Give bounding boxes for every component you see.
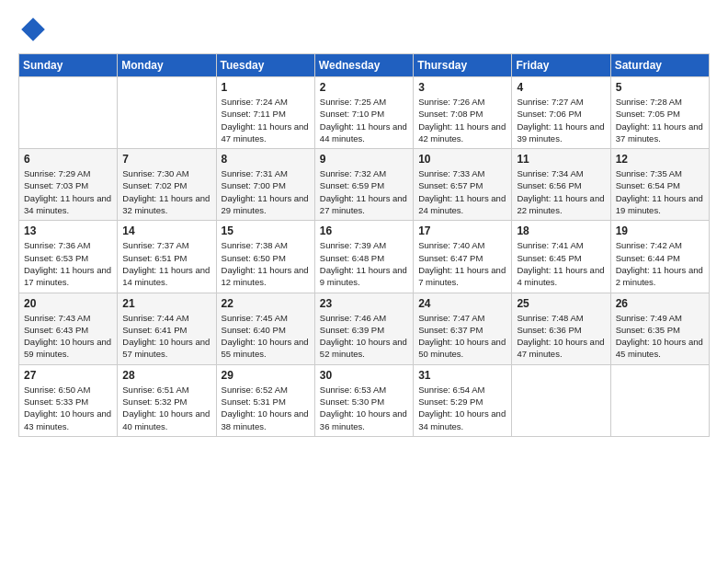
calendar-cell: 24Sunrise: 7:47 AM Sunset: 6:37 PM Dayli…	[414, 293, 512, 364]
svg-marker-0	[21, 17, 45, 41]
day-number: 7	[122, 153, 210, 166]
logo-icon	[18, 15, 48, 44]
day-number: 9	[320, 153, 408, 166]
calendar-day-header: Monday	[118, 54, 216, 77]
calendar-week-row: 27Sunrise: 6:50 AM Sunset: 5:33 PM Dayli…	[19, 364, 710, 436]
calendar-cell: 4Sunrise: 7:27 AM Sunset: 7:06 PM Daylig…	[512, 77, 610, 149]
calendar-cell: 29Sunrise: 6:52 AM Sunset: 5:31 PM Dayli…	[216, 364, 314, 436]
calendar-cell: 8Sunrise: 7:31 AM Sunset: 7:00 PM Daylig…	[216, 149, 314, 221]
calendar-cell: 11Sunrise: 7:34 AM Sunset: 6:56 PM Dayli…	[512, 149, 610, 221]
calendar-day-header: Sunday	[19, 54, 118, 77]
day-number: 22	[222, 297, 310, 310]
calendar-cell: 17Sunrise: 7:40 AM Sunset: 6:47 PM Dayli…	[414, 221, 512, 293]
day-number: 18	[517, 224, 605, 237]
day-info: Sunrise: 7:47 AM Sunset: 6:37 PM Dayligh…	[418, 312, 506, 361]
calendar-cell: 10Sunrise: 7:33 AM Sunset: 6:57 PM Dayli…	[414, 149, 512, 221]
day-info: Sunrise: 7:37 AM Sunset: 6:51 PM Dayligh…	[122, 239, 210, 288]
day-number: 21	[122, 297, 210, 310]
day-number: 1	[222, 81, 310, 94]
logo	[18, 15, 51, 44]
calendar-week-row: 13Sunrise: 7:36 AM Sunset: 6:53 PM Dayli…	[19, 221, 710, 293]
calendar-day-header: Saturday	[610, 54, 709, 77]
day-info: Sunrise: 6:52 AM Sunset: 5:31 PM Dayligh…	[222, 384, 310, 432]
calendar-cell	[19, 77, 118, 149]
day-info: Sunrise: 6:54 AM Sunset: 5:29 PM Dayligh…	[418, 384, 506, 432]
day-number: 17	[418, 224, 506, 237]
day-number: 16	[320, 224, 408, 237]
day-number: 8	[222, 153, 310, 166]
day-info: Sunrise: 7:35 AM Sunset: 6:54 PM Dayligh…	[616, 167, 704, 216]
day-number: 6	[24, 153, 112, 166]
day-number: 30	[320, 369, 408, 382]
day-number: 28	[122, 369, 210, 382]
calendar-cell: 25Sunrise: 7:48 AM Sunset: 6:36 PM Dayli…	[512, 293, 610, 364]
calendar-cell	[610, 364, 709, 436]
day-number: 23	[320, 297, 408, 310]
header	[18, 15, 710, 44]
calendar-cell: 2Sunrise: 7:25 AM Sunset: 7:10 PM Daylig…	[314, 77, 413, 149]
calendar-cell: 19Sunrise: 7:42 AM Sunset: 6:44 PM Dayli…	[610, 221, 709, 293]
day-number: 10	[418, 153, 506, 166]
day-info: Sunrise: 7:26 AM Sunset: 7:08 PM Dayligh…	[418, 96, 506, 144]
calendar-cell: 9Sunrise: 7:32 AM Sunset: 6:59 PM Daylig…	[314, 149, 413, 221]
calendar-cell: 15Sunrise: 7:38 AM Sunset: 6:50 PM Dayli…	[216, 221, 314, 293]
calendar-cell: 28Sunrise: 6:51 AM Sunset: 5:32 PM Dayli…	[118, 364, 216, 436]
calendar-cell: 18Sunrise: 7:41 AM Sunset: 6:45 PM Dayli…	[512, 221, 610, 293]
day-number: 11	[517, 153, 605, 166]
day-number: 26	[616, 297, 704, 310]
calendar-cell	[118, 77, 216, 149]
day-number: 4	[517, 81, 605, 94]
day-info: Sunrise: 7:45 AM Sunset: 6:40 PM Dayligh…	[222, 312, 310, 361]
day-info: Sunrise: 7:39 AM Sunset: 6:48 PM Dayligh…	[320, 239, 408, 288]
day-info: Sunrise: 7:34 AM Sunset: 6:56 PM Dayligh…	[517, 167, 605, 216]
day-info: Sunrise: 7:24 AM Sunset: 7:11 PM Dayligh…	[222, 96, 310, 144]
day-info: Sunrise: 6:51 AM Sunset: 5:32 PM Dayligh…	[122, 384, 210, 432]
calendar-cell: 13Sunrise: 7:36 AM Sunset: 6:53 PM Dayli…	[19, 221, 118, 293]
calendar-week-row: 6Sunrise: 7:29 AM Sunset: 7:03 PM Daylig…	[19, 149, 710, 221]
calendar-day-header: Friday	[512, 54, 610, 77]
day-number: 19	[616, 224, 704, 237]
calendar-header-row: SundayMondayTuesdayWednesdayThursdayFrid…	[19, 54, 710, 77]
day-info: Sunrise: 7:33 AM Sunset: 6:57 PM Dayligh…	[418, 167, 506, 216]
calendar-cell: 1Sunrise: 7:24 AM Sunset: 7:11 PM Daylig…	[216, 77, 314, 149]
day-info: Sunrise: 6:50 AM Sunset: 5:33 PM Dayligh…	[24, 384, 112, 432]
day-info: Sunrise: 7:30 AM Sunset: 7:02 PM Dayligh…	[122, 167, 210, 216]
day-info: Sunrise: 7:29 AM Sunset: 7:03 PM Dayligh…	[24, 167, 112, 216]
calendar-week-row: 1Sunrise: 7:24 AM Sunset: 7:11 PM Daylig…	[19, 77, 710, 149]
day-info: Sunrise: 7:38 AM Sunset: 6:50 PM Dayligh…	[222, 239, 310, 288]
day-number: 25	[517, 297, 605, 310]
calendar-cell	[512, 364, 610, 436]
calendar-cell: 5Sunrise: 7:28 AM Sunset: 7:05 PM Daylig…	[610, 77, 709, 149]
calendar-cell: 16Sunrise: 7:39 AM Sunset: 6:48 PM Dayli…	[314, 221, 413, 293]
calendar-cell: 27Sunrise: 6:50 AM Sunset: 5:33 PM Dayli…	[19, 364, 118, 436]
day-number: 2	[320, 81, 408, 94]
day-number: 5	[616, 81, 704, 94]
day-info: Sunrise: 7:28 AM Sunset: 7:05 PM Dayligh…	[616, 96, 704, 144]
calendar-table: SundayMondayTuesdayWednesdayThursdayFrid…	[18, 53, 710, 437]
calendar-cell: 3Sunrise: 7:26 AM Sunset: 7:08 PM Daylig…	[414, 77, 512, 149]
day-info: Sunrise: 7:43 AM Sunset: 6:43 PM Dayligh…	[24, 312, 112, 361]
calendar-cell: 12Sunrise: 7:35 AM Sunset: 6:54 PM Dayli…	[610, 149, 709, 221]
calendar-cell: 20Sunrise: 7:43 AM Sunset: 6:43 PM Dayli…	[19, 293, 118, 364]
calendar-cell: 30Sunrise: 6:53 AM Sunset: 5:30 PM Dayli…	[314, 364, 413, 436]
calendar-day-header: Wednesday	[314, 54, 413, 77]
calendar-cell: 14Sunrise: 7:37 AM Sunset: 6:51 PM Dayli…	[118, 221, 216, 293]
day-info: Sunrise: 6:53 AM Sunset: 5:30 PM Dayligh…	[320, 384, 408, 432]
page: SundayMondayTuesdayWednesdayThursdayFrid…	[0, 0, 728, 452]
day-info: Sunrise: 7:48 AM Sunset: 6:36 PM Dayligh…	[517, 312, 605, 361]
day-number: 14	[122, 224, 210, 237]
day-info: Sunrise: 7:25 AM Sunset: 7:10 PM Dayligh…	[320, 96, 408, 144]
day-number: 31	[418, 369, 506, 382]
calendar-day-header: Thursday	[414, 54, 512, 77]
calendar-week-row: 20Sunrise: 7:43 AM Sunset: 6:43 PM Dayli…	[19, 293, 710, 364]
day-info: Sunrise: 7:36 AM Sunset: 6:53 PM Dayligh…	[24, 239, 112, 288]
day-number: 13	[24, 224, 112, 237]
calendar-cell: 22Sunrise: 7:45 AM Sunset: 6:40 PM Dayli…	[216, 293, 314, 364]
calendar-cell: 23Sunrise: 7:46 AM Sunset: 6:39 PM Dayli…	[314, 293, 413, 364]
day-info: Sunrise: 7:46 AM Sunset: 6:39 PM Dayligh…	[320, 312, 408, 361]
day-info: Sunrise: 7:42 AM Sunset: 6:44 PM Dayligh…	[616, 239, 704, 288]
day-info: Sunrise: 7:49 AM Sunset: 6:35 PM Dayligh…	[616, 312, 704, 361]
day-number: 12	[616, 153, 704, 166]
day-info: Sunrise: 7:32 AM Sunset: 6:59 PM Dayligh…	[320, 167, 408, 216]
calendar-cell: 6Sunrise: 7:29 AM Sunset: 7:03 PM Daylig…	[19, 149, 118, 221]
